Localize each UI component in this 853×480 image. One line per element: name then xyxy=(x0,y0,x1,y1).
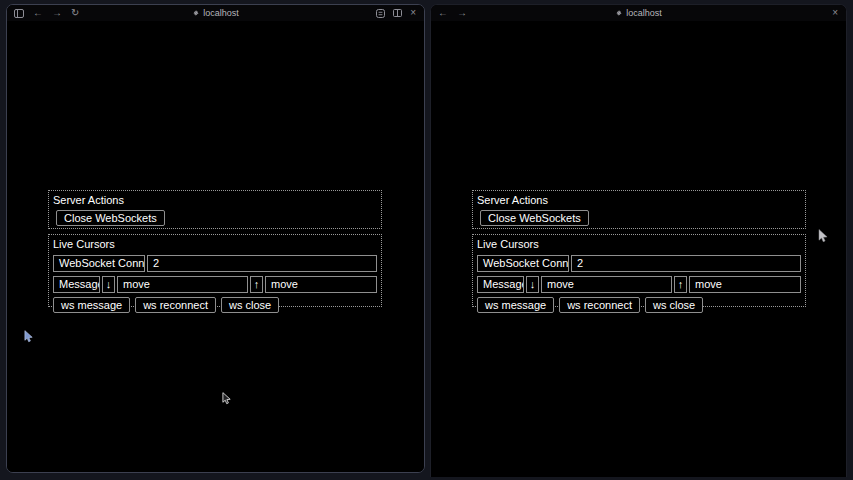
connections-label: WebSocket Connections xyxy=(53,255,145,272)
connections-row: WebSocket Connections 2 xyxy=(477,255,801,272)
close-websockets-button[interactable]: Close WebSockets xyxy=(56,210,165,226)
messages-label: Messages xyxy=(477,276,524,293)
webpage: Server Actions Close WebSockets Live Cur… xyxy=(7,21,424,472)
outgoing-arrow-icon: ↓ xyxy=(526,276,539,293)
ws-reconnect-button[interactable]: ws reconnect xyxy=(135,297,216,313)
live-cursors-panel: Live Cursors WebSocket Connections 2 Mes… xyxy=(48,234,382,307)
webpage: Server Actions Close WebSockets Live Cur… xyxy=(431,21,846,477)
split-view-icon[interactable] xyxy=(393,9,402,17)
forward-icon[interactable]: → xyxy=(52,8,62,18)
live-cursors-panel: Live Cursors WebSocket Connections 2 Mes… xyxy=(472,234,806,307)
ws-close-button[interactable]: ws close xyxy=(645,297,703,313)
sidebar-toggle-icon[interactable] xyxy=(14,9,24,18)
incoming-message: move xyxy=(689,276,801,293)
back-icon[interactable]: ← xyxy=(438,8,448,18)
incoming-arrow-icon: ↑ xyxy=(250,276,263,293)
close-icon[interactable]: × xyxy=(410,8,416,18)
ws-buttons-row: ws message ws reconnect ws close xyxy=(477,297,801,313)
right-browser-window: ← → localhost × Server Actions Close Web… xyxy=(430,4,847,477)
server-actions-panel: Server Actions Close WebSockets xyxy=(48,190,382,229)
incoming-message: move xyxy=(265,276,377,293)
left-toolbar-nav: ← → ↻ xyxy=(14,8,79,18)
left-browser-window: ← → ↻ localhost xyxy=(6,4,425,473)
right-toolbar-actions: × xyxy=(832,8,838,18)
ws-close-button[interactable]: ws close xyxy=(221,297,279,313)
ws-message-button[interactable]: ws message xyxy=(477,297,554,313)
connections-count: 2 xyxy=(147,255,377,272)
back-icon[interactable]: ← xyxy=(33,8,43,18)
connections-row: WebSocket Connections 2 xyxy=(53,255,377,272)
messages-row: Messages ↓ move ↑ move xyxy=(53,276,377,293)
link-icon xyxy=(615,9,623,17)
desktop: { "theme": { "desktop_bg": "#14161e", "w… xyxy=(0,0,853,480)
reader-list-icon[interactable] xyxy=(376,9,385,18)
right-titlebar: ← → localhost × xyxy=(431,5,846,21)
live-cursors-title: Live Cursors xyxy=(53,238,377,251)
outgoing-arrow-icon: ↓ xyxy=(102,276,115,293)
connections-label: WebSocket Connections xyxy=(477,255,569,272)
link-icon xyxy=(192,9,200,17)
left-titlebar: ← → ↻ localhost xyxy=(7,5,424,21)
close-websockets-button[interactable]: Close WebSockets xyxy=(480,210,589,226)
page-title: localhost xyxy=(626,8,662,18)
page-title: localhost xyxy=(203,8,239,18)
forward-icon[interactable]: → xyxy=(457,8,467,18)
server-actions-title: Server Actions xyxy=(53,194,377,207)
live-cursors-title: Live Cursors xyxy=(477,238,801,251)
connections-count: 2 xyxy=(571,255,801,272)
close-icon[interactable]: × xyxy=(832,8,838,18)
reload-icon[interactable]: ↻ xyxy=(71,8,79,18)
messages-label: Messages xyxy=(53,276,100,293)
incoming-arrow-icon: ↑ xyxy=(674,276,687,293)
address-title[interactable]: localhost xyxy=(431,5,846,21)
right-toolbar-nav: ← → xyxy=(438,8,467,18)
server-actions-panel: Server Actions Close WebSockets xyxy=(472,190,806,229)
ws-reconnect-button[interactable]: ws reconnect xyxy=(559,297,640,313)
messages-row: Messages ↓ move ↑ move xyxy=(477,276,801,293)
outgoing-message: move xyxy=(117,276,248,293)
outgoing-message: move xyxy=(541,276,672,293)
ws-message-button[interactable]: ws message xyxy=(53,297,130,313)
ws-buttons-row: ws message ws reconnect ws close xyxy=(53,297,377,313)
left-toolbar-actions: × xyxy=(376,8,416,18)
server-actions-title: Server Actions xyxy=(477,194,801,207)
